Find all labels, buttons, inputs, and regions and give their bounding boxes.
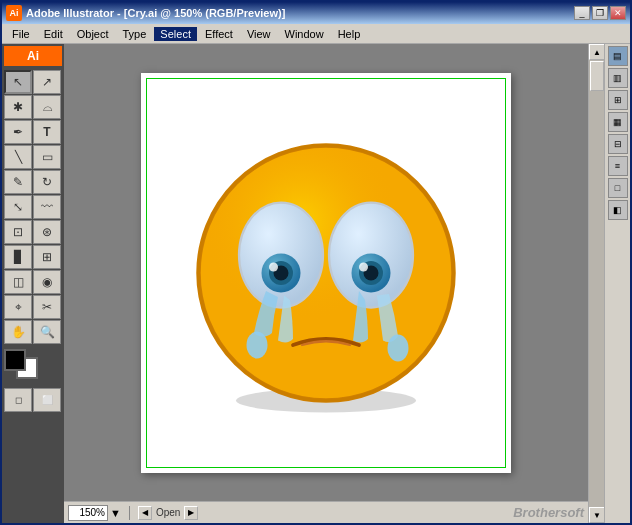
- menu-type[interactable]: Type: [117, 27, 153, 41]
- zoom-input[interactable]: 150%: [68, 505, 108, 521]
- view-mode-row: ◻ ⬜: [4, 388, 62, 412]
- left-toolbar: Ai ↖ ↗ ✱ ⌓ ✒ T ╲ ▭ ✎ ↻ ⤡ 〰: [2, 44, 64, 523]
- svg-point-9: [269, 262, 278, 271]
- rotate-tool[interactable]: ↻: [33, 170, 61, 194]
- minimize-button[interactable]: _: [574, 6, 590, 20]
- scale-tool[interactable]: ⤡: [4, 195, 32, 219]
- scrollbar-thumb[interactable]: [590, 61, 604, 91]
- panel-btn-1[interactable]: ▤: [608, 46, 628, 66]
- menu-help[interactable]: Help: [332, 27, 367, 41]
- status-open-label: Open: [156, 507, 180, 518]
- free-transform-tool[interactable]: ⊡: [4, 220, 32, 244]
- panel-btn-4[interactable]: ▦: [608, 112, 628, 132]
- svg-point-13: [359, 262, 368, 271]
- canvas-and-scrollbar: 150% ▼ ◀ Open ▶ Brothersoft ▲ ▼: [64, 44, 604, 523]
- menu-object[interactable]: Object: [71, 27, 115, 41]
- panel-btn-2[interactable]: ▥: [608, 68, 628, 88]
- panel-btn-5[interactable]: ⊟: [608, 134, 628, 154]
- scroll-down-button[interactable]: ▼: [589, 507, 604, 523]
- content-area: Ai ↖ ↗ ✱ ⌓ ✒ T ╲ ▭ ✎ ↻ ⤡ 〰: [2, 44, 630, 523]
- line-tool[interactable]: ╲: [4, 145, 32, 169]
- ai-logo: Ai: [4, 46, 62, 66]
- lasso-tool[interactable]: ⌓: [33, 95, 61, 119]
- app-icon: Ai: [6, 5, 22, 21]
- menu-view[interactable]: View: [241, 27, 277, 41]
- title-bar: Ai Adobe Illustrator - [Cry.ai @ 150% (R…: [2, 2, 630, 24]
- application-window: Ai Adobe Illustrator - [Cry.ai @ 150% (R…: [0, 0, 632, 525]
- tool-row-5: ✎ ↻: [4, 170, 62, 194]
- tool-row-4: ╲ ▭: [4, 145, 62, 169]
- canvas-inner: [74, 54, 578, 491]
- zoom-dropdown-arrow[interactable]: ▼: [110, 507, 121, 519]
- tool-row-9: ◫ ◉: [4, 270, 62, 294]
- tool-row-2: ✱ ⌓: [4, 95, 62, 119]
- warp-tool[interactable]: 〰: [33, 195, 61, 219]
- menu-bar: File Edit Object Type Select Effect View…: [2, 24, 630, 44]
- watermark-text: Brothersoft: [513, 505, 584, 520]
- slice-tool[interactable]: ✂: [33, 295, 61, 319]
- title-bar-text: Adobe Illustrator - [Cry.ai @ 150% (RGB/…: [26, 7, 285, 19]
- mesh-tool[interactable]: ⊞: [33, 245, 61, 269]
- hand-tool[interactable]: ✋: [4, 320, 32, 344]
- panel-btn-7[interactable]: □: [608, 178, 628, 198]
- close-button[interactable]: ✕: [610, 6, 626, 20]
- pen-tool[interactable]: ✒: [4, 120, 32, 144]
- nav-next-button[interactable]: ▶: [184, 506, 198, 520]
- panel-btn-6[interactable]: ≡: [608, 156, 628, 176]
- gradient-tool[interactable]: ◫: [4, 270, 32, 294]
- tool-row-1: ↖ ↗: [4, 70, 62, 94]
- magic-wand-tool[interactable]: ✱: [4, 95, 32, 119]
- tool-row-3: ✒ T: [4, 120, 62, 144]
- tool-row-10: ⌖ ✂: [4, 295, 62, 319]
- svg-point-15: [388, 334, 409, 361]
- artboard: [141, 73, 511, 473]
- menu-select[interactable]: Select: [154, 27, 197, 41]
- panel-btn-8[interactable]: ◧: [608, 200, 628, 220]
- restore-button[interactable]: ❐: [592, 6, 608, 20]
- color-section: [4, 349, 62, 385]
- blend-tool[interactable]: ⌖: [4, 295, 32, 319]
- pencil-tool[interactable]: ✎: [4, 170, 32, 194]
- menu-file[interactable]: File: [6, 27, 36, 41]
- emoji-container: [141, 73, 511, 473]
- menu-window[interactable]: Window: [279, 27, 330, 41]
- menu-effect[interactable]: Effect: [199, 27, 239, 41]
- type-tool[interactable]: T: [33, 120, 61, 144]
- status-separator-1: [129, 506, 130, 520]
- tool-row-6: ⤡ 〰: [4, 195, 62, 219]
- canvas-layout: 150% ▼ ◀ Open ▶ Brothersoft: [64, 44, 588, 523]
- direct-selection-tool[interactable]: ↗: [33, 70, 61, 94]
- canvas-area[interactable]: [64, 44, 588, 501]
- rectangle-tool[interactable]: ▭: [33, 145, 61, 169]
- zoom-section: 150% ▼: [68, 505, 121, 521]
- selection-tool[interactable]: ↖: [4, 70, 32, 94]
- graph-tool[interactable]: ▊: [4, 245, 32, 269]
- scrollbar-track[interactable]: [589, 60, 604, 507]
- panel-btn-3[interactable]: ⊞: [608, 90, 628, 110]
- symbol-tool[interactable]: ⊛: [33, 220, 61, 244]
- svg-point-14: [247, 331, 268, 358]
- eyedropper-tool[interactable]: ◉: [33, 270, 61, 294]
- title-bar-buttons: _ ❐ ✕: [574, 6, 626, 20]
- fullscreen-view[interactable]: ⬜: [33, 388, 61, 412]
- normal-view[interactable]: ◻: [4, 388, 32, 412]
- tool-row-11: ✋ 🔍: [4, 320, 62, 344]
- status-bar: 150% ▼ ◀ Open ▶ Brothersoft: [64, 501, 588, 523]
- scroll-up-button[interactable]: ▲: [589, 44, 604, 60]
- tool-row-7: ⊡ ⊛: [4, 220, 62, 244]
- title-bar-left: Ai Adobe Illustrator - [Cry.ai @ 150% (R…: [6, 5, 285, 21]
- right-panel: ▤ ▥ ⊞ ▦ ⊟ ≡ □ ◧: [604, 44, 630, 523]
- tool-row-8: ▊ ⊞: [4, 245, 62, 269]
- crying-emoji: [176, 123, 476, 423]
- nav-prev-button[interactable]: ◀: [138, 506, 152, 520]
- zoom-tool[interactable]: 🔍: [33, 320, 61, 344]
- scrollbar-right: ▲ ▼: [588, 44, 604, 523]
- foreground-color-box[interactable]: [4, 349, 26, 371]
- menu-edit[interactable]: Edit: [38, 27, 69, 41]
